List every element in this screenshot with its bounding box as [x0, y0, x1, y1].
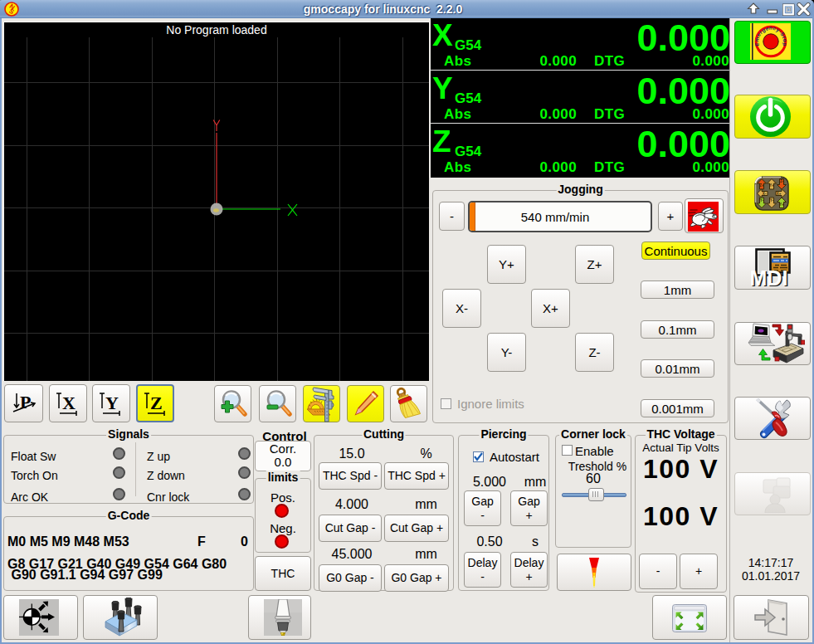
svg-text:Y+: Y+ [779, 202, 784, 207]
svg-text:X: X [62, 393, 76, 413]
svg-text:Z+: Z+ [759, 183, 764, 188]
svg-text:P: P [20, 392, 31, 412]
svg-text:Z: Z [150, 393, 163, 413]
svg-text:X+: X+ [777, 192, 782, 196]
svg-text:Y+: Y+ [769, 183, 774, 188]
svg-text:Z-: Z- [780, 179, 784, 183]
svg-text:Y-: Y- [760, 198, 764, 202]
svg-text:MDI: MDI [751, 266, 787, 290]
svg-text:Y-: Y- [770, 198, 774, 202]
svg-text:Y: Y [105, 393, 119, 413]
svg-text:X-: X- [763, 192, 767, 196]
